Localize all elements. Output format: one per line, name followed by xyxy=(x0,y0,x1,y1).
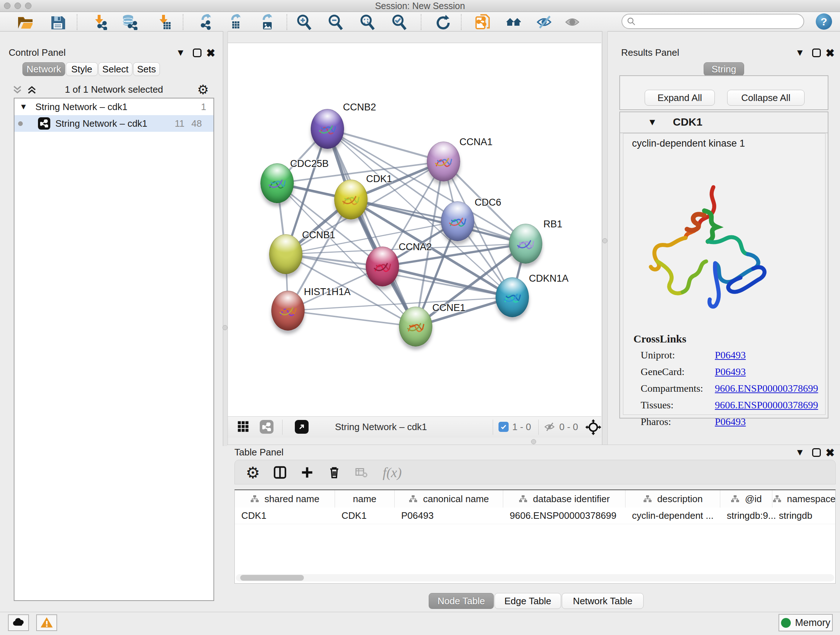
node-CCNE1[interactable] xyxy=(399,307,432,347)
node-CDC25B[interactable] xyxy=(261,163,294,203)
help-button[interactable]: ? xyxy=(816,13,832,30)
zoom-fit-icon[interactable] xyxy=(358,14,377,30)
collapse-section-icon[interactable]: ▼ xyxy=(646,117,658,128)
scrollbar-thumb[interactable] xyxy=(240,575,304,581)
node-CDC6[interactable] xyxy=(441,201,474,241)
search-input[interactable] xyxy=(636,16,804,27)
tab-edge-table[interactable]: Edge Table xyxy=(494,593,561,609)
expand-triangle-icon[interactable]: ▼ xyxy=(19,102,27,111)
expand-all-icon[interactable] xyxy=(26,84,38,96)
gear-icon[interactable]: ⚙ xyxy=(197,82,209,97)
edge-CCNE1-HIST1H1A[interactable] xyxy=(288,310,416,326)
node-CCNB2[interactable] xyxy=(311,109,344,149)
zoom-in-icon[interactable] xyxy=(294,14,313,30)
collapse-all-icon[interactable] xyxy=(11,84,23,96)
tab-node-table[interactable]: Node Table xyxy=(429,593,494,609)
panel-maximize-icon[interactable] xyxy=(812,49,821,57)
table-cell[interactable]: 9606.ENSP00000378699 xyxy=(503,508,625,524)
collapse-all-button[interactable]: Collapse All xyxy=(727,90,805,106)
tab-select[interactable]: Select xyxy=(98,62,133,76)
tab-network-table[interactable]: Network Table xyxy=(562,593,644,609)
node-CCNB1[interactable] xyxy=(269,234,302,274)
network-tree-row[interactable]: String Network – cdk1 11 48 xyxy=(14,115,213,132)
column-header-databaseidentifier[interactable]: database identifier xyxy=(503,490,625,508)
crosslink-value-link[interactable]: 9606.ENSP00000378699 xyxy=(715,399,818,411)
export-image-icon[interactable] xyxy=(255,14,274,30)
open-in-window-icon[interactable] xyxy=(295,420,309,434)
panel-float-icon[interactable]: ▼ xyxy=(794,447,806,458)
zoom-out-icon[interactable] xyxy=(326,14,345,30)
import-database-icon[interactable] xyxy=(120,14,139,30)
delete-column-trash-icon[interactable] xyxy=(325,464,343,481)
table-cell[interactable]: stringdb xyxy=(772,508,836,524)
crosslink-value-link[interactable]: P06493 xyxy=(715,349,746,361)
left-splitter[interactable] xyxy=(223,31,228,446)
hide-selected-icon[interactable] xyxy=(535,14,554,30)
import-network-icon[interactable] xyxy=(90,14,109,30)
panel-close-icon[interactable]: ✖ xyxy=(206,48,215,59)
tab-style[interactable]: Style xyxy=(66,62,98,76)
table-cell[interactable]: P06493 xyxy=(395,508,503,524)
show-columns-icon[interactable] xyxy=(271,464,289,481)
duplicate-network-icon[interactable] xyxy=(473,14,492,30)
column-header-name[interactable]: name xyxy=(335,490,395,508)
panel-close-icon[interactable]: ✖ xyxy=(826,48,835,59)
node-CCNA2[interactable] xyxy=(366,247,399,287)
import-table-icon[interactable] xyxy=(154,14,173,30)
node-RB1[interactable] xyxy=(509,224,542,264)
crosslink-value-link[interactable]: P06493 xyxy=(715,366,746,378)
save-session-icon[interactable] xyxy=(48,14,66,30)
table-cell[interactable]: cyclin-dependent ... xyxy=(625,508,720,524)
network-canvas[interactable]: CCNB2CCNA1CDC25BCDK1CDC6RB1CCNB1CCNA2CDK… xyxy=(228,43,601,417)
protein-section-header[interactable]: ▼ CDK1 xyxy=(620,112,828,133)
selected-checkbox-icon[interactable] xyxy=(499,422,508,432)
panel-float-icon[interactable]: ▼ xyxy=(794,47,806,58)
show-all-icon[interactable] xyxy=(563,14,582,30)
column-header-canonicalname[interactable]: canonical name xyxy=(395,490,503,508)
memory-button[interactable]: Memory xyxy=(778,614,833,631)
string-style-icon[interactable] xyxy=(260,420,273,434)
tab-network[interactable]: Network xyxy=(22,62,65,76)
warnings-button[interactable] xyxy=(36,614,57,631)
grid-view-icon[interactable] xyxy=(237,421,250,436)
export-network-icon[interactable] xyxy=(194,14,213,30)
panel-float-icon[interactable]: ▼ xyxy=(174,47,187,58)
network-tree-row[interactable]: ▼ String Network – cdk1 1 xyxy=(14,98,213,115)
panel-maximize-icon[interactable] xyxy=(193,49,202,57)
hidden-eye-slash-icon[interactable] xyxy=(543,421,556,435)
tab-sets[interactable]: Sets xyxy=(133,62,160,76)
crosslink-value-link[interactable]: 9606.ENSP00000378699 xyxy=(715,383,818,394)
node-table[interactable]: shared nameCDK1nameCDK1canonical nameP06… xyxy=(234,489,836,584)
column-header-description[interactable]: description xyxy=(625,490,720,508)
panel-maximize-icon[interactable] xyxy=(812,448,821,457)
table-cell[interactable]: CDK1 xyxy=(235,508,335,524)
cloud-button[interactable] xyxy=(8,614,29,631)
node-CCNA1[interactable] xyxy=(427,141,460,181)
tab-string[interactable]: String xyxy=(704,62,744,76)
export-table-icon[interactable] xyxy=(224,14,242,30)
right-splitter[interactable] xyxy=(602,31,608,446)
home-icon[interactable] xyxy=(504,14,523,30)
column-header-sharedname[interactable]: shared name xyxy=(235,490,335,508)
panel-close-icon[interactable]: ✖ xyxy=(826,448,835,458)
column-header-id[interactable]: @id xyxy=(720,490,772,508)
table-cell[interactable]: stringdb:9... xyxy=(720,508,772,524)
zoom-selected-icon[interactable] xyxy=(390,14,409,30)
open-session-icon[interactable] xyxy=(15,14,34,30)
right-splitter-handle[interactable] xyxy=(602,238,607,243)
node-CDK1[interactable] xyxy=(334,180,368,219)
birds-eye-view-icon[interactable] xyxy=(585,419,601,438)
table-settings-gear-icon[interactable]: ⚙ xyxy=(244,464,262,481)
column-header-namespace[interactable]: namespace xyxy=(772,490,836,508)
table-cell[interactable]: CDK1 xyxy=(335,508,395,524)
search-box[interactable] xyxy=(622,14,804,29)
node-HIST1H1A[interactable] xyxy=(271,291,305,331)
bottom-splitter-handle[interactable] xyxy=(531,439,536,444)
left-splitter-handle[interactable] xyxy=(223,325,227,330)
add-column-icon[interactable] xyxy=(298,464,316,481)
node-CDKN1A[interactable] xyxy=(496,277,529,317)
table-horizontal-scrollbar[interactable] xyxy=(236,574,834,581)
refresh-icon[interactable] xyxy=(433,14,452,30)
expand-all-button[interactable]: Expand All xyxy=(645,90,715,106)
crosslink-value-link[interactable]: P06493 xyxy=(715,416,746,428)
